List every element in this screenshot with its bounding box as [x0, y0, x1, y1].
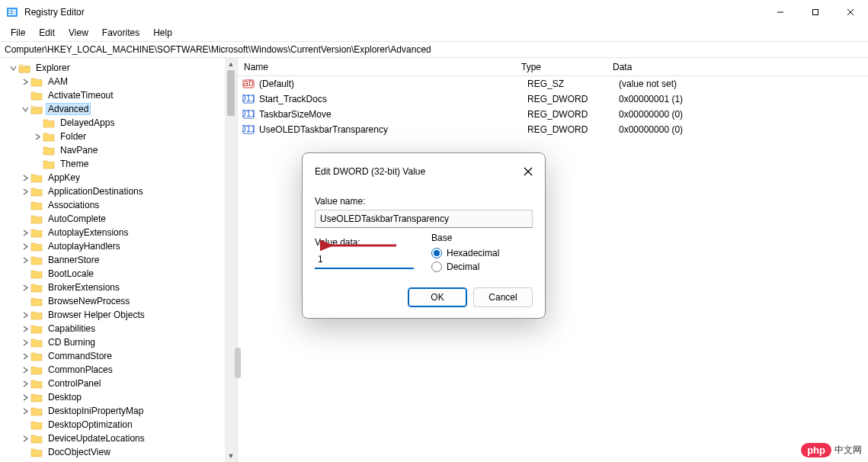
radio-decimal[interactable]: Decimal — [431, 261, 533, 272]
tree-item[interactable]: ControlPanel — [0, 377, 237, 390]
tree-item[interactable]: CD Burning — [0, 335, 237, 349]
folder-icon — [30, 338, 43, 348]
scroll-thumb[interactable] — [227, 70, 235, 116]
value-name-label: Value name: — [315, 196, 533, 207]
string-value-icon: ab — [242, 78, 255, 90]
folder-icon — [30, 434, 43, 444]
tree-item[interactable]: AAM — [0, 75, 237, 88]
tree-item[interactable]: Browser Helper Objects — [0, 308, 237, 322]
column-type[interactable]: Type — [515, 59, 607, 75]
chevron-right-icon[interactable] — [20, 326, 30, 332]
scroll-up-icon[interactable]: ▲ — [225, 58, 237, 70]
list-row[interactable]: 011UseOLEDTaskbarTransparencyREG_DWORD0x… — [238, 122, 868, 137]
tree-item[interactable]: AutoplayExtensions — [0, 226, 237, 239]
chevron-right-icon[interactable] — [20, 175, 30, 181]
chevron-right-icon[interactable] — [20, 188, 30, 195]
tree-item[interactable]: BootLocale — [0, 267, 237, 281]
chevron-right-icon[interactable] — [20, 243, 30, 250]
tree-item[interactable]: NavPane — [0, 143, 237, 157]
maximize-button[interactable] — [798, 0, 833, 24]
chevron-right-icon[interactable] — [20, 257, 30, 264]
scroll-down-icon[interactable]: ▼ — [225, 450, 237, 462]
tree-item[interactable]: Theme — [0, 157, 237, 171]
tree-item[interactable]: AutoComplete — [0, 212, 237, 226]
chevron-right-icon[interactable] — [20, 435, 30, 442]
close-button[interactable] — [833, 0, 868, 24]
cancel-button[interactable]: Cancel — [473, 287, 533, 307]
folder-icon — [30, 324, 43, 334]
chevron-right-icon[interactable] — [20, 284, 30, 291]
ok-button[interactable]: OK — [408, 287, 467, 307]
chevron-right-icon[interactable] — [20, 367, 30, 374]
cell-type: REG_DWORD — [527, 94, 619, 104]
tree-item-label: AppKey — [46, 172, 82, 183]
tree-item[interactable]: Desktop — [0, 390, 237, 404]
cell-name: (Default) — [259, 79, 527, 89]
tree-item[interactable]: DesktopIniPropertyMap — [0, 404, 237, 418]
tree-scrollbar[interactable]: ▲ ▼ — [225, 58, 237, 462]
tree-item[interactable]: ApplicationDestinations — [0, 184, 237, 198]
chevron-down-icon[interactable] — [20, 106, 30, 113]
tree-item-label: Associations — [46, 200, 101, 210]
address-bar[interactable]: Computer\HKEY_LOCAL_MACHINE\SOFTWARE\Mic… — [0, 41, 868, 58]
list-row[interactable]: 011Start_TrackDocsREG_DWORD0x00000001 (1… — [238, 91, 868, 107]
tree-item-label: ApplicationDestinations — [46, 186, 146, 197]
menu-view[interactable]: View — [62, 26, 94, 40]
tree-item[interactable]: BrowseNewProcess — [0, 294, 237, 308]
tree-item[interactable]: ActivateTimeout — [0, 88, 237, 102]
svg-rect-1 — [8, 9, 11, 11]
tree-item[interactable]: Folder — [0, 130, 237, 143]
list-row[interactable]: ab(Default)REG_SZ(value not set) — [238, 76, 868, 91]
chevron-right-icon[interactable] — [20, 380, 30, 387]
column-name[interactable]: Name — [238, 59, 515, 75]
cell-name: TaskbarSizeMove — [259, 109, 527, 120]
chevron-right-icon[interactable] — [32, 133, 43, 140]
tree-item[interactable]: Advanced — [0, 102, 237, 116]
tree-item[interactable]: DesktopOptimization — [0, 418, 237, 432]
tree-item-label: DesktopOptimization — [46, 419, 135, 430]
menu-favorites[interactable]: Favorites — [96, 26, 146, 40]
radio-hexadecimal[interactable]: Hexadecimal — [431, 248, 533, 258]
minimize-button[interactable] — [763, 0, 798, 24]
tree-item[interactable]: AutoplayHandlers — [0, 239, 237, 253]
dialog-close-button[interactable] — [517, 161, 539, 182]
cell-type: REG_DWORD — [527, 109, 619, 120]
tree-pane[interactable]: ExplorerAAMActivateTimeoutAdvancedDelaye… — [0, 58, 238, 462]
chevron-right-icon[interactable] — [20, 312, 30, 319]
cell-name: UseOLEDTaskbarTransparency — [259, 124, 527, 135]
chevron-right-icon[interactable] — [20, 339, 30, 346]
value-name-field[interactable]: UseOLEDTaskbarTransparency — [315, 210, 533, 228]
menu-edit[interactable]: Edit — [33, 26, 61, 40]
tree-item[interactable]: BannerStore — [0, 253, 237, 267]
folder-icon — [30, 187, 43, 197]
tree-item-label: AutoplayExtensions — [46, 227, 130, 238]
folder-icon — [30, 310, 43, 320]
menu-help[interactable]: Help — [147, 26, 178, 40]
tree-item[interactable]: DelayedApps — [0, 116, 237, 130]
chevron-right-icon[interactable] — [20, 229, 30, 236]
tree-item[interactable]: DeviceUpdateLocations — [0, 432, 237, 445]
tree-item-label: NavPane — [58, 145, 100, 156]
tree-item[interactable]: CommandStore — [0, 349, 237, 363]
tree-item[interactable]: BrokerExtensions — [0, 281, 237, 294]
base-label: Base — [431, 233, 533, 243]
menu-file[interactable]: File — [5, 26, 31, 40]
column-data[interactable]: Data — [607, 59, 868, 75]
tree-item[interactable]: Explorer — [0, 61, 237, 75]
chevron-right-icon[interactable] — [20, 408, 30, 415]
value-data-input[interactable] — [315, 251, 414, 269]
chevron-down-icon[interactable] — [8, 65, 18, 72]
splitter-handle[interactable] — [235, 348, 241, 378]
chevron-right-icon[interactable] — [20, 79, 30, 85]
chevron-right-icon[interactable] — [20, 353, 30, 360]
folder-icon — [30, 214, 43, 224]
tree-item[interactable]: Associations — [0, 198, 237, 212]
tree-item[interactable]: DocObjectView — [0, 445, 237, 459]
chevron-right-icon[interactable] — [20, 394, 30, 401]
tree-item[interactable]: AppKey — [0, 171, 237, 184]
list-row[interactable]: 011TaskbarSizeMoveREG_DWORD0x00000000 (0… — [238, 107, 868, 122]
binary-value-icon: 011 — [242, 93, 255, 105]
tree-item[interactable]: Capabilities — [0, 322, 237, 335]
regedit-icon — [6, 6, 18, 18]
tree-item[interactable]: CommonPlaces — [0, 363, 237, 377]
